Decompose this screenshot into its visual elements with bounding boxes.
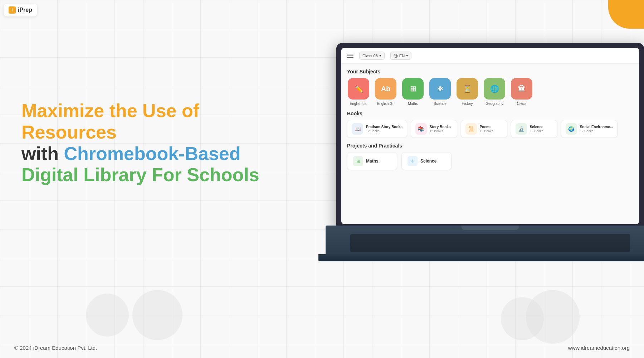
book-count: 12 Books bbox=[530, 129, 543, 133]
book-icon: 📜 bbox=[465, 123, 477, 135]
class-selector[interactable]: Class 08 ▾ bbox=[359, 52, 385, 60]
book-card[interactable]: 📚 Story Books 12 Books bbox=[411, 120, 457, 138]
iprep-logo[interactable]: i iPrep bbox=[4, 4, 37, 16]
class-chevron: ▾ bbox=[379, 53, 381, 58]
laptop-base bbox=[318, 254, 644, 261]
book-count: 12 Books bbox=[366, 129, 402, 133]
subject-item[interactable]: ⏳ History bbox=[456, 78, 479, 106]
book-count: 12 Books bbox=[580, 129, 613, 133]
book-count: 12 Books bbox=[480, 129, 493, 133]
subject-item[interactable]: ⊞ Maths bbox=[401, 78, 424, 106]
lang-chevron: ▾ bbox=[406, 53, 408, 58]
footer-copyright: © 2024 iDream Education Pvt. Ltd. bbox=[14, 345, 97, 351]
book-info: Story Books 12 Books bbox=[430, 125, 451, 133]
lang-selector[interactable]: EN ▾ bbox=[390, 52, 411, 60]
laptop-screen-outer: Class 08 ▾ EN ▾ Your Subjects ✏️ English… bbox=[336, 43, 644, 229]
book-name: Story Books bbox=[430, 125, 451, 129]
book-name: Science bbox=[530, 125, 543, 129]
subjects-title: Your Subjects bbox=[347, 69, 633, 74]
project-label: Maths bbox=[366, 159, 379, 164]
deco-circle-4 bbox=[526, 290, 580, 344]
subjects-grid: ✏️ English Lit. Ab English Gr. ⊞ Maths ⚛… bbox=[341, 78, 639, 106]
project-card[interactable]: ⚛ Science bbox=[401, 152, 452, 170]
globe-icon bbox=[394, 54, 398, 58]
books-scroll: 📖 Pratham Story Books 12 Books 📚 Story B… bbox=[341, 120, 639, 138]
subject-label: English Lit. bbox=[350, 102, 367, 106]
subject-item[interactable]: 🌐 Geography bbox=[483, 78, 506, 106]
book-card[interactable]: 🌍 Social Environme... 12 Books bbox=[561, 120, 618, 138]
book-icon: 🌍 bbox=[566, 123, 577, 135]
project-icon: ⚛ bbox=[408, 156, 418, 166]
hamburger-menu[interactable] bbox=[347, 54, 353, 58]
book-icon: 📚 bbox=[415, 123, 427, 135]
book-card[interactable]: 📜 Poems 12 Books bbox=[461, 120, 507, 138]
subject-item[interactable]: Ab English Gr. bbox=[374, 78, 397, 106]
heading-area: Maximize the Use of Resources with Chrom… bbox=[21, 100, 272, 186]
heading-with: with bbox=[21, 143, 64, 164]
book-info: Social Environme... 12 Books bbox=[580, 125, 613, 133]
laptop-container: Class 08 ▾ EN ▾ Your Subjects ✏️ English… bbox=[326, 43, 644, 294]
deco-circle-1 bbox=[86, 294, 129, 337]
laptop-screen-inner: Class 08 ▾ EN ▾ Your Subjects ✏️ English… bbox=[341, 48, 639, 224]
deco-circle-2 bbox=[132, 290, 182, 340]
laptop-keyboard bbox=[350, 234, 630, 252]
corner-decoration bbox=[608, 0, 644, 29]
book-card[interactable]: 🔬 Science 12 Books bbox=[511, 120, 557, 138]
laptop-body bbox=[326, 226, 644, 258]
project-label: Science bbox=[420, 159, 436, 164]
subject-label: History bbox=[462, 102, 473, 106]
heading-chromebook: Chromebook-Based bbox=[64, 143, 240, 164]
projects-title: Projects and Practicals bbox=[347, 143, 633, 149]
projects-grid: ⊞ Maths ⚛ Science bbox=[341, 152, 639, 170]
app-header: Class 08 ▾ EN ▾ bbox=[341, 48, 639, 64]
subject-label: Geography bbox=[486, 102, 503, 106]
class-label: Class 08 bbox=[362, 54, 378, 58]
subject-item[interactable]: 🏛 Civics bbox=[510, 78, 533, 106]
subject-icon: 🏛 bbox=[511, 78, 532, 100]
app-interface: Class 08 ▾ EN ▾ Your Subjects ✏️ English… bbox=[341, 48, 639, 224]
subject-icon: 🌐 bbox=[484, 78, 505, 100]
books-title: Books bbox=[347, 111, 633, 116]
books-section: Books 📖 Pratham Story Books 12 Books 📚 S… bbox=[341, 111, 639, 138]
subject-item[interactable]: ✏️ English Lit. bbox=[347, 78, 370, 106]
subject-label: English Gr. bbox=[377, 102, 395, 106]
laptop-hinge bbox=[462, 226, 519, 230]
logo-text: iPrep bbox=[18, 7, 32, 13]
subject-label: Science bbox=[434, 102, 447, 106]
project-card[interactable]: ⊞ Maths bbox=[347, 152, 397, 170]
book-count: 12 Books bbox=[430, 129, 451, 133]
subject-label: Civics bbox=[517, 102, 527, 106]
heading-line1: Maximize the Use of Resources bbox=[21, 100, 272, 143]
project-icon: ⊞ bbox=[353, 156, 363, 166]
book-card[interactable]: 📖 Pratham Story Books 12 Books bbox=[347, 120, 407, 138]
subject-icon: Ab bbox=[375, 78, 396, 100]
footer-website: www.idreameducation.org bbox=[568, 345, 630, 351]
lang-label: EN bbox=[399, 54, 405, 58]
subject-icon: ⚛ bbox=[429, 78, 451, 100]
book-icon: 📖 bbox=[352, 123, 363, 135]
heading-line2: with Chromebook-Based bbox=[21, 143, 272, 165]
projects-section: Projects and Practicals ⊞ Maths ⚛ Scienc… bbox=[341, 143, 639, 170]
subject-label: Maths bbox=[408, 102, 418, 106]
book-name: Poems bbox=[480, 125, 493, 129]
subject-item[interactable]: ⚛ Science bbox=[429, 78, 452, 106]
subject-icon: ✏️ bbox=[348, 78, 369, 100]
subject-icon: ⊞ bbox=[402, 78, 424, 100]
book-icon: 🔬 bbox=[516, 123, 527, 135]
subject-icon: ⏳ bbox=[457, 78, 478, 100]
book-info: Science 12 Books bbox=[530, 125, 543, 133]
book-info: Poems 12 Books bbox=[480, 125, 493, 133]
logo-icon: i bbox=[9, 6, 16, 14]
heading-line3: Digital Library For Schools bbox=[21, 164, 272, 186]
book-name: Pratham Story Books bbox=[366, 125, 402, 129]
book-info: Pratham Story Books 12 Books bbox=[366, 125, 402, 133]
book-name: Social Environme... bbox=[580, 125, 613, 129]
